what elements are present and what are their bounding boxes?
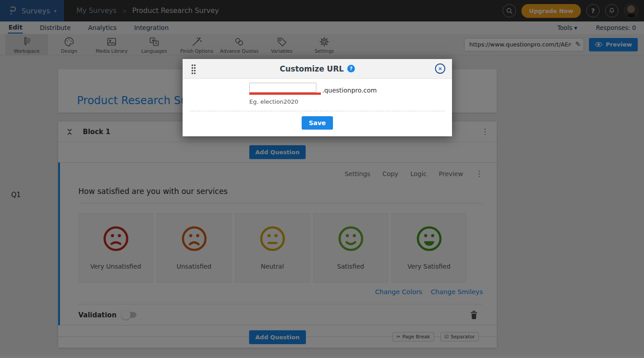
modal-body: .questionpro.com Eg. election2020	[183, 83, 452, 105]
modal-backdrop[interactable]	[0, 0, 644, 358]
modal-title: Customize URL	[280, 64, 344, 73]
customize-url-modal: Customize URL ? ✕ .questionpro.com Eg. e…	[183, 59, 452, 136]
modal-header: Customize URL ? ✕	[183, 59, 452, 79]
drag-handle-icon[interactable]	[191, 64, 196, 74]
domain-suffix: .questionpro.com	[322, 87, 377, 94]
close-icon[interactable]: ✕	[435, 63, 445, 74]
custom-url-input[interactable]	[249, 83, 316, 93]
save-button[interactable]: Save	[302, 116, 333, 130]
modal-divider	[190, 111, 445, 111]
validation-error-underline	[249, 93, 321, 95]
example-hint: Eg. election2020	[249, 98, 452, 105]
help-circle-icon[interactable]: ?	[347, 65, 355, 72]
